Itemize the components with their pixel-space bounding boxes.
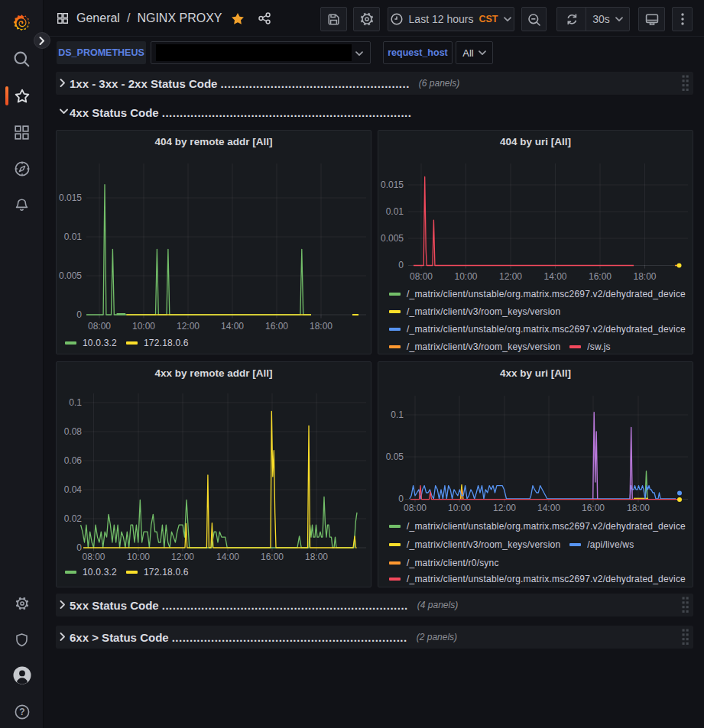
svg-text:18:00: 18:00 — [633, 271, 656, 282]
svg-text:12:00: 12:00 — [499, 271, 522, 282]
svg-text:0.06: 0.06 — [64, 455, 83, 466]
svg-text:?: ? — [19, 707, 24, 717]
svg-text:0: 0 — [76, 542, 82, 553]
svg-text:08:00: 08:00 — [410, 271, 433, 282]
svg-text:12:00: 12:00 — [177, 321, 200, 332]
svg-text:0.02: 0.02 — [64, 513, 83, 524]
svg-text:10:00: 10:00 — [448, 503, 471, 513]
svg-text:12:00: 12:00 — [493, 503, 516, 513]
svg-text:18:00: 18:00 — [310, 321, 333, 332]
svg-text:10:00: 10:00 — [132, 321, 155, 332]
svg-text:0.05: 0.05 — [386, 451, 404, 462]
svg-text:16:00: 16:00 — [589, 271, 612, 282]
svg-text:16:00: 16:00 — [261, 552, 284, 562]
svg-text:18:00: 18:00 — [305, 552, 328, 562]
svg-text:14:00: 14:00 — [221, 321, 244, 332]
svg-text:08:00: 08:00 — [82, 552, 105, 562]
svg-text:0.015: 0.015 — [59, 193, 82, 203]
svg-text:16:00: 16:00 — [582, 503, 605, 513]
svg-text:10:00: 10:00 — [454, 271, 477, 282]
svg-text:12:00: 12:00 — [171, 552, 194, 562]
svg-text:0.01: 0.01 — [386, 206, 404, 217]
svg-text:0.01: 0.01 — [64, 231, 83, 242]
svg-text:0.1: 0.1 — [391, 409, 404, 420]
svg-text:14:00: 14:00 — [537, 503, 560, 513]
svg-text:0.005: 0.005 — [59, 270, 82, 281]
svg-text:14:00: 14:00 — [543, 271, 566, 282]
svg-text:0: 0 — [398, 260, 404, 270]
svg-text:0.08: 0.08 — [64, 426, 83, 437]
svg-text:08:00: 08:00 — [88, 321, 111, 332]
svg-text:16:00: 16:00 — [265, 321, 288, 332]
svg-text:18:00: 18:00 — [627, 503, 650, 513]
svg-text:10:00: 10:00 — [127, 552, 150, 562]
svg-text:0.04: 0.04 — [64, 484, 83, 495]
svg-text:0.1: 0.1 — [69, 397, 82, 408]
svg-text:14:00: 14:00 — [216, 552, 239, 562]
svg-text:08:00: 08:00 — [404, 503, 427, 513]
svg-text:0.015: 0.015 — [381, 180, 404, 190]
svg-text:0.005: 0.005 — [381, 233, 404, 244]
svg-text:0: 0 — [76, 309, 82, 320]
